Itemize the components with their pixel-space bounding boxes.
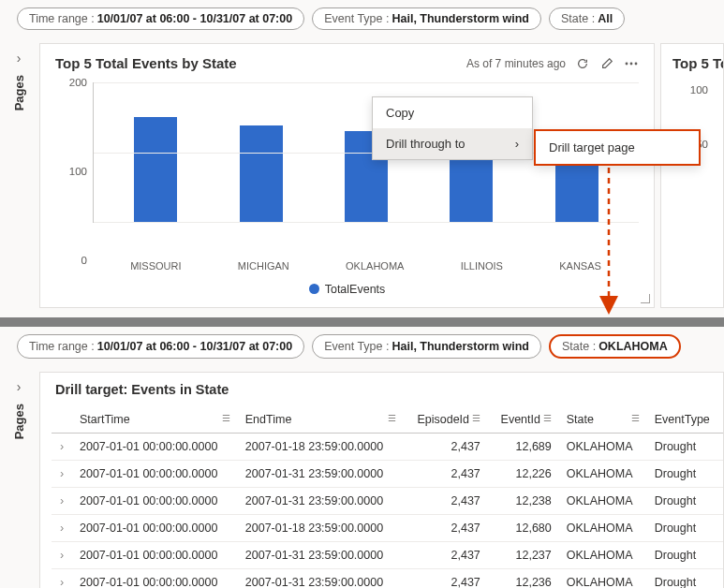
- cell-state: OKLAHOMA: [559, 461, 647, 488]
- filter-event-type[interactable]: Event Type : Hail, Thunderstorm wind: [312, 334, 541, 359]
- expand-row-icon[interactable]: ›: [52, 434, 72, 461]
- table-card: Drill target: Events in State StartTime☰…: [39, 372, 724, 588]
- col-episodeid[interactable]: EpisodeId ☰: [404, 406, 488, 434]
- cell-endtime: 2007-01-18 23:59:00.0000: [238, 434, 404, 461]
- expand-row-icon[interactable]: ›: [52, 515, 72, 542]
- col-starttime[interactable]: StartTime☰: [72, 406, 238, 434]
- expand-row-icon[interactable]: ›: [52, 569, 72, 589]
- filter-time-range[interactable]: Time range : 10/01/07 at 06:00 - 10/31/0…: [17, 7, 304, 30]
- col-eventid[interactable]: EventId ☰: [488, 406, 559, 434]
- top-filter-bar: Time range : 10/01/07 at 06:00 - 10/31/0…: [0, 0, 724, 37]
- cell-eventtype: Drought: [647, 542, 723, 569]
- column-menu-icon[interactable]: ☰: [388, 413, 396, 423]
- table-row[interactable]: ›2007-01-01 00:00:00.00002007-01-31 23:5…: [52, 569, 723, 589]
- cell-starttime: 2007-01-01 00:00:00.0000: [72, 542, 238, 569]
- cell-endtime: 2007-01-31 23:59:00.0000: [238, 542, 404, 569]
- table-row[interactable]: ›2007-01-01 00:00:00.00002007-01-31 23:5…: [52, 461, 723, 488]
- col-label: State: [567, 413, 594, 426]
- cell-endtime: 2007-01-31 23:59:00.0000: [238, 569, 404, 589]
- cell-eventtype: Drought: [647, 461, 723, 488]
- edit-icon[interactable]: [599, 56, 614, 71]
- filter-label: State :: [562, 340, 596, 353]
- cell-eventtype: Drought: [647, 434, 723, 461]
- cell-episodeid: 2,437: [404, 461, 488, 488]
- cell-state: OKLAHOMA: [559, 488, 647, 515]
- chart-card: Top 5 Total Events by State As of 7 minu…: [39, 43, 655, 308]
- filter-state[interactable]: State : All: [549, 7, 625, 30]
- cell-state: OKLAHOMA: [559, 542, 647, 569]
- context-menu-copy[interactable]: Copy: [373, 97, 532, 128]
- expand-row-icon[interactable]: ›: [52, 488, 72, 515]
- svg-point-2: [635, 62, 638, 65]
- col-state[interactable]: State☰: [559, 406, 647, 434]
- x-tick-label: MISSOURI: [130, 260, 181, 272]
- filter-time-range[interactable]: Time range : 10/01/07 at 06:00 - 10/31/0…: [17, 334, 304, 359]
- filter-value: 10/01/07 at 06:00 - 10/31/07 at 07:00: [97, 340, 292, 353]
- cell-eventid: 12,226: [488, 461, 559, 488]
- cell-starttime: 2007-01-01 00:00:00.0000: [72, 434, 238, 461]
- cell-episodeid: 2,437: [404, 542, 488, 569]
- filter-event-type[interactable]: Event Type : Hail, Thunderstorm wind: [312, 7, 541, 30]
- svg-point-0: [626, 62, 628, 65]
- pages-label[interactable]: Pages: [12, 75, 26, 110]
- cell-starttime: 2007-01-01 00:00:00.0000: [72, 488, 238, 515]
- resize-handle-icon[interactable]: [641, 294, 650, 303]
- pages-label[interactable]: Pages: [12, 404, 26, 439]
- cell-eventtype: Drought: [647, 569, 723, 589]
- table-row[interactable]: ›2007-01-01 00:00:00.00002007-01-31 23:5…: [52, 542, 723, 569]
- filter-label: State :: [561, 12, 595, 25]
- context-menu-drill-through[interactable]: Drill through to ›: [373, 128, 532, 159]
- column-menu-icon[interactable]: ☰: [631, 413, 640, 423]
- drill-submenu: Drill target page: [534, 129, 701, 166]
- col-label: StartTime: [80, 413, 130, 426]
- table-title: Drill target: Events in State: [52, 382, 723, 406]
- y-tick-label: 0: [81, 255, 87, 266]
- column-menu-icon[interactable]: ☰: [469, 413, 480, 423]
- column-menu-icon[interactable]: ☰: [222, 413, 230, 423]
- legend-dot-icon: [309, 284, 319, 294]
- chart-bar[interactable]: [240, 125, 283, 222]
- table-header-row: StartTime☰ EndTime☰ EpisodeId ☰ EventId …: [52, 406, 723, 434]
- bottom-filter-bar: Time range : 10/01/07 at 06:00 - 10/31/0…: [0, 327, 724, 366]
- filter-value: All: [598, 12, 613, 25]
- expand-row-icon[interactable]: ›: [52, 542, 72, 569]
- filter-value: 10/01/07 at 06:00 - 10/31/07 at 07:00: [97, 12, 292, 25]
- chart-area: 0100200: [55, 77, 639, 255]
- filter-label: Time range :: [29, 340, 95, 353]
- cell-state: OKLAHOMA: [559, 515, 647, 542]
- cell-endtime: 2007-01-31 23:59:00.0000: [238, 461, 404, 488]
- pages-sidebar: › Pages: [4, 37, 34, 317]
- chevron-right-icon[interactable]: ›: [17, 379, 22, 394]
- col-label: EventType: [655, 413, 710, 426]
- table-row[interactable]: ›2007-01-01 00:00:00.00002007-01-18 23:5…: [52, 515, 723, 542]
- section-divider: [0, 317, 724, 327]
- filter-label: Event Type :: [324, 12, 389, 25]
- cell-eventid: 12,680: [488, 515, 559, 542]
- menu-label: Copy: [386, 106, 414, 120]
- more-icon[interactable]: [624, 56, 639, 71]
- cell-state: OKLAHOMA: [559, 569, 647, 589]
- cell-starttime: 2007-01-01 00:00:00.0000: [72, 569, 238, 589]
- refresh-icon[interactable]: [575, 56, 590, 71]
- filter-state-highlight[interactable]: State : OKLAHOMA: [549, 334, 681, 359]
- filter-label: Time range :: [29, 12, 95, 25]
- table-row[interactable]: ›2007-01-01 00:00:00.00002007-01-18 23:5…: [52, 434, 723, 461]
- filter-value: Hail, Thunderstorm wind: [392, 340, 529, 353]
- asof-text: As of 7 minutes ago: [466, 57, 566, 70]
- chart-bar[interactable]: [134, 117, 177, 222]
- svg-point-1: [630, 62, 633, 65]
- col-eventtype[interactable]: EventType: [647, 406, 723, 434]
- chevron-right-icon[interactable]: ›: [17, 51, 22, 66]
- pages-sidebar: › Pages: [4, 366, 34, 588]
- filter-value: OKLAHOMA: [598, 340, 668, 353]
- x-tick-label: OKLAHOMA: [346, 260, 404, 272]
- col-label: EndTime: [245, 413, 292, 426]
- column-menu-icon[interactable]: ☰: [540, 413, 552, 423]
- col-endtime[interactable]: EndTime☰: [238, 406, 404, 434]
- chevron-right-icon: ›: [515, 137, 519, 151]
- table-row[interactable]: ›2007-01-01 00:00:00.00002007-01-31 23:5…: [52, 488, 723, 515]
- x-tick-label: MICHIGAN: [238, 260, 289, 272]
- chart-legend: TotalEvents: [55, 272, 639, 300]
- expand-row-icon[interactable]: ›: [52, 461, 72, 488]
- submenu-drill-target-page[interactable]: Drill target page: [536, 131, 699, 164]
